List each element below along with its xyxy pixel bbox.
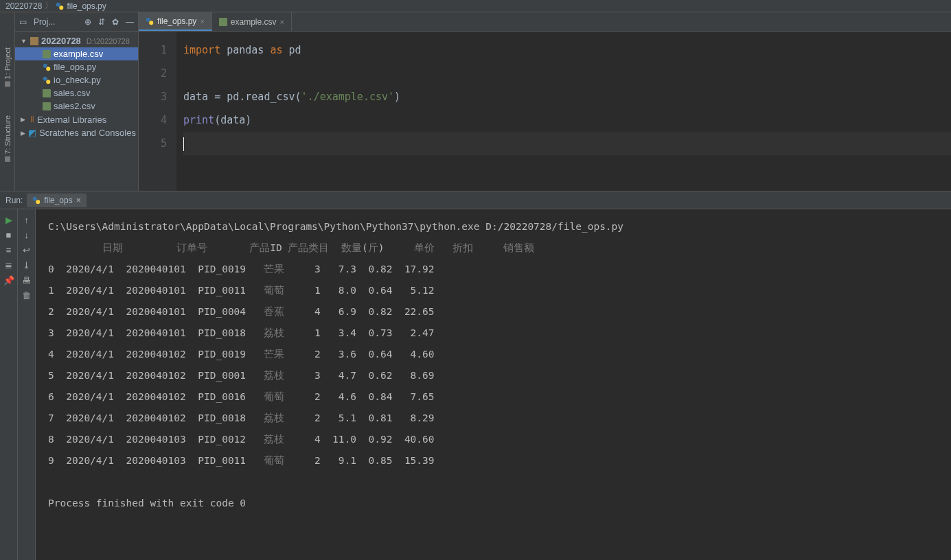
project-tool-label: 1: Project bbox=[3, 47, 12, 79]
project-tool-icon bbox=[5, 81, 10, 86]
project-title[interactable]: Proj... bbox=[34, 17, 55, 27]
project-window-icon: ▭ bbox=[19, 17, 27, 27]
project-root-path: D:\20220728 bbox=[87, 37, 130, 45]
tool-tab-structure[interactable]: 7: Structure bbox=[2, 111, 13, 166]
file-sales2.csv[interactable]: sales2.csv bbox=[15, 100, 138, 113]
left-gutter: 1: Project 7: Structure bbox=[0, 12, 15, 191]
layout2-button[interactable]: ≣ bbox=[3, 259, 15, 271]
python-icon bbox=[146, 17, 154, 25]
code-l3b: ) bbox=[394, 91, 400, 103]
code-l4-print: print bbox=[183, 114, 214, 126]
chevron-right-icon: ▶ bbox=[21, 116, 27, 123]
line-number: 5 bbox=[139, 132, 167, 155]
breadcrumb-file[interactable]: file_ops.py bbox=[67, 1, 106, 11]
kw-as: as bbox=[270, 44, 282, 56]
breadcrumb: 20220728 〉 file_ops.py bbox=[0, 0, 951, 12]
run-toolbar-primary: ▶ ■ ≡ ≣ 📌 bbox=[0, 209, 18, 560]
close-icon[interactable]: × bbox=[200, 17, 204, 25]
locate-icon[interactable]: ⊕ bbox=[84, 17, 91, 27]
caret bbox=[183, 137, 184, 151]
python-icon bbox=[32, 196, 41, 205]
code-l4-args: (data) bbox=[214, 114, 251, 126]
run-button[interactable]: ▶ bbox=[3, 213, 15, 226]
csv-icon bbox=[43, 89, 51, 97]
close-icon[interactable]: × bbox=[76, 196, 81, 205]
scratches-label: Scratches and Consoles bbox=[39, 128, 136, 138]
csv-icon bbox=[43, 50, 51, 58]
svg-point-6 bbox=[146, 17, 150, 21]
project-root[interactable]: ▼ 20220728 D:\20220728 bbox=[15, 34, 138, 47]
breadcrumb-folder[interactable]: 20220728 bbox=[5, 1, 42, 11]
external-libraries-label: External Libraries bbox=[37, 115, 106, 125]
run-label: Run: bbox=[5, 196, 23, 205]
print-icon[interactable]: 🖶 bbox=[21, 274, 33, 286]
line-number: 4 bbox=[139, 108, 167, 132]
file-label: sales2.csv bbox=[54, 101, 95, 111]
tab-label: example.csv bbox=[231, 17, 277, 27]
file-label: sales.csv bbox=[54, 88, 90, 98]
run-tab-label: file_ops bbox=[44, 196, 72, 205]
scratches-consoles[interactable]: ▶ ◩ Scratches and Consoles bbox=[15, 126, 138, 139]
console-output[interactable]: C:\Users\Administrator\AppData\Local\Pro… bbox=[36, 209, 951, 560]
svg-point-2 bbox=[43, 63, 47, 67]
file-file_ops.py[interactable]: file_ops.py bbox=[15, 60, 138, 73]
run-tab[interactable]: file_ops × bbox=[27, 194, 86, 207]
line-number: 2 bbox=[139, 62, 167, 85]
scratch-icon: ◩ bbox=[28, 128, 36, 138]
id-pd: pd bbox=[283, 44, 301, 56]
gear-icon[interactable]: ✿ bbox=[112, 17, 119, 27]
tool-tab-project[interactable]: 1: Project bbox=[2, 43, 13, 91]
caret-line bbox=[183, 132, 951, 155]
svg-point-8 bbox=[33, 196, 37, 200]
chevron-down-icon: ▼ bbox=[21, 38, 27, 45]
trash-icon[interactable]: 🗑 bbox=[21, 289, 33, 301]
structure-tool-icon bbox=[5, 156, 10, 162]
svg-point-9 bbox=[36, 200, 41, 204]
csv-icon bbox=[43, 102, 51, 110]
soft-wrap-icon[interactable]: ↩ bbox=[21, 244, 33, 256]
blank-line bbox=[183, 67, 190, 80]
file-io_check.py[interactable]: io_check.py bbox=[15, 73, 138, 86]
hide-icon[interactable]: — bbox=[126, 17, 134, 27]
svg-point-4 bbox=[43, 76, 47, 80]
stop-button[interactable]: ■ bbox=[3, 229, 15, 241]
code-content[interactable]: import pandas as pd data = pd.read_csv('… bbox=[176, 32, 951, 191]
editor-area: file_ops.py×example.csv× 12345 import pa… bbox=[139, 12, 951, 191]
run-toolbar-secondary: ↑ ↓ ↩ ⤓ 🖶 🗑 bbox=[18, 209, 36, 560]
library-icon: ⫴ bbox=[30, 114, 34, 125]
line-gutter: 12345 bbox=[139, 32, 176, 191]
file-label: file_ops.py bbox=[54, 62, 96, 72]
layout-button[interactable]: ≡ bbox=[3, 244, 15, 256]
svg-point-5 bbox=[46, 80, 50, 84]
file-example.csv[interactable]: example.csv bbox=[15, 47, 138, 60]
run-header: Run: file_ops × bbox=[0, 191, 951, 209]
up-icon[interactable]: ↑ bbox=[21, 213, 33, 226]
svg-point-1 bbox=[60, 5, 64, 10]
code-l3a: data = pd.read_csv( bbox=[183, 91, 301, 103]
python-icon bbox=[43, 63, 51, 71]
project-sidebar: ▭ Proj... ⊕ ⇵ ✿ — ▼ 20220728 D:\20220728… bbox=[15, 12, 139, 191]
svg-point-7 bbox=[149, 21, 153, 25]
project-sidebar-header: ▭ Proj... ⊕ ⇵ ✿ — bbox=[15, 12, 138, 32]
file-sales.csv[interactable]: sales.csv bbox=[15, 86, 138, 100]
scroll-end-icon[interactable]: ⤓ bbox=[21, 259, 33, 271]
editor-tab-file_ops.py[interactable]: file_ops.py× bbox=[139, 12, 212, 31]
structure-tool-label: 7: Structure bbox=[3, 115, 12, 154]
pin-button[interactable]: 📌 bbox=[3, 274, 15, 286]
editor-tab-example.csv[interactable]: example.csv× bbox=[212, 12, 292, 31]
line-number: 3 bbox=[139, 85, 167, 108]
collapse-icon[interactable]: ⇵ bbox=[98, 17, 105, 27]
python-icon bbox=[56, 2, 64, 10]
line-number: 1 bbox=[139, 38, 167, 62]
file-label: example.csv bbox=[54, 49, 103, 59]
project-root-name: 20220728 bbox=[41, 36, 81, 46]
external-libraries[interactable]: ▶ ⫴ External Libraries bbox=[15, 113, 138, 126]
editor-body[interactable]: 12345 import pandas as pd data = pd.read… bbox=[139, 32, 951, 191]
svg-point-3 bbox=[46, 67, 50, 71]
close-icon[interactable]: × bbox=[280, 18, 284, 26]
project-tree: ▼ 20220728 D:\20220728 example.csvfile_o… bbox=[15, 32, 138, 142]
csv-icon bbox=[219, 18, 227, 26]
kw-import: import bbox=[183, 44, 220, 56]
id-pandas: pandas bbox=[220, 44, 270, 56]
down-icon[interactable]: ↓ bbox=[21, 229, 33, 241]
